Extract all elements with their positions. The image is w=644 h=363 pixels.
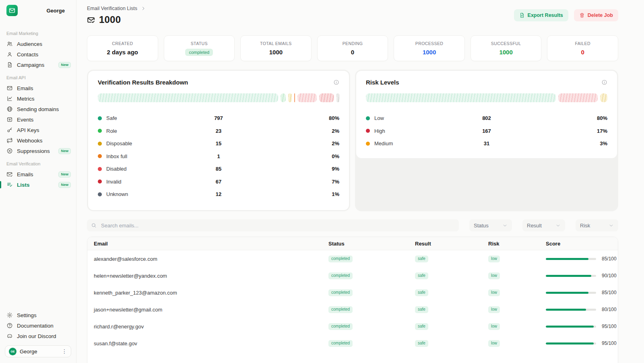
info-icon[interactable] [333,79,339,85]
status-badge: completed [328,289,353,296]
table-row[interactable]: helen+newsletter@yandex.com completed sa… [87,267,618,284]
result-filter-dropdown[interactable]: Result [522,219,565,231]
legend-row-medium: Medium 31 3% [366,137,607,150]
bar-segment-disposable [288,93,291,102]
risk-filter-dropdown[interactable]: Risk [576,219,618,231]
contact-icon [6,51,13,58]
risk-card-shell: Risk Levels Low 802 80% High 167 17% [355,70,618,211]
sidebar-item-emails[interactable]: Emails [0,83,76,93]
info-icon[interactable] [601,79,607,85]
table-row[interactable]: kenneth_parker_123@amazon.com completed … [87,284,618,301]
email-cell: susan.f@state.gov [94,340,328,346]
legend-label: Disabled [106,166,127,172]
sidebar-item-metrics[interactable]: Metrics [0,93,76,104]
gear-icon [6,312,13,318]
filter-row: Status Result Risk [87,219,618,231]
score-cell: 90/100 [546,273,617,278]
legend-percent: 7% [235,179,339,185]
result-badge: safe [415,256,428,262]
sidebar-item-verification-emails[interactable]: Emails New [0,169,76,179]
status-badge: completed [328,323,353,330]
sidebar-item-sending-domains[interactable]: Sending domains [0,104,76,114]
stat-card-status: STATUS completed [164,35,235,61]
score-label: 85/100 [602,290,617,295]
search-box[interactable] [87,219,459,231]
sidebar-item-label: Join our Discord [17,333,71,339]
breakdown-stacked-bar [98,93,339,102]
legend-label: Invalid [106,179,122,185]
export-results-button[interactable]: Export Results [514,9,568,21]
table-row[interactable]: alexander@salesforce.com completed safe … [87,250,618,267]
bar-segment-disabled [297,93,317,102]
sidebar-item-webhooks[interactable]: Webhooks [0,135,76,146]
mail-icon [6,85,13,91]
legend-label: Medium [374,140,393,146]
user-menu[interactable]: GE George ⋮ [5,345,71,357]
sidebar-item-api-keys[interactable]: API Keys [0,125,76,135]
score-cell: 95/100 [546,324,617,329]
sidebar-item-lists[interactable]: Lists New [0,179,76,190]
sidebar-item-label: Audiences [17,41,71,47]
medium-dot [366,142,370,146]
status-badge: completed [328,340,353,347]
new-badge: New [58,62,71,68]
high-dot [366,129,370,133]
invalid-dot [98,179,102,184]
stat-value: 0 [351,49,354,56]
legend-percent: 80% [235,115,339,121]
status-filter-dropdown[interactable]: Status [469,219,512,231]
sidebar-item-documentation[interactable]: Documentation [0,320,76,331]
breadcrumb[interactable]: Email Verification Lists [87,6,146,11]
sidebar-item-events[interactable]: Events [0,114,76,125]
score-cell: 80/100 [546,307,617,312]
sidebar-item-label: Documentation [17,323,71,329]
user-name: George [20,349,58,355]
bar-segment-low [366,93,556,102]
list-check-icon [6,182,13,188]
score-label: 85/100 [602,256,617,262]
legend-percent: 80% [503,115,607,121]
bar-segment-role [281,93,286,102]
risk-levels-card: Risk Levels Low 802 80% High 167 17% [356,71,617,158]
sidebar-item-suppressions[interactable]: Suppressions New [0,146,76,156]
audiences-icon [6,41,13,47]
stats-row: CREATED 2 days ago STATUS completed TOTA… [87,35,618,61]
table-row[interactable]: jason+newsletter@gmail.com completed saf… [87,301,618,318]
search-input[interactable] [100,222,455,229]
stat-card-successful: SUCCESSFUL 1000 [471,35,542,61]
sidebar-item-contacts[interactable]: Contacts [0,49,76,60]
risk-badge: low [488,272,500,279]
status-badge: completed [328,306,353,313]
result-badge: safe [415,289,428,296]
stat-label: FAILED [575,41,590,46]
sidebar-item-settings[interactable]: Settings [0,310,76,320]
score-bar-track [546,309,596,311]
legend-label: Unknown [106,191,128,197]
legend-count: 85 [202,166,235,172]
card-header: Verification Results Breakdown [98,79,339,86]
events-icon [6,116,13,123]
table-row[interactable]: richard.r@energy.gov completed safe low … [87,318,618,335]
legend-percent: 2% [235,140,339,146]
sidebar-item-audiences[interactable]: Audiences [0,39,76,49]
sidebar-item-label: Events [17,117,71,123]
section-label-email-marketing: Email Marketing [0,31,76,36]
emails-table: Email Status Result Risk Score alexander… [87,237,618,363]
stat-label: PENDING [343,41,363,46]
main-content: Email Verification Lists 1000 Export Res… [76,0,644,363]
delete-job-button[interactable]: Delete Job [574,9,618,21]
legend-label: High [374,128,385,134]
app-logo[interactable] [6,5,18,16]
page-title: 1000 [99,14,121,25]
sidebar-item-campaigns[interactable]: Campaigns New [0,60,76,70]
legend-row-safe: Safe 797 80% [98,112,339,125]
table-row[interactable]: susan.f@state.gov completed safe low 95/… [87,335,618,352]
breadcrumb-label[interactable]: Email Verification Lists [87,6,137,11]
sidebar-item-discord[interactable]: Join our Discord [0,331,76,341]
score-cell: 95/100 [546,340,617,346]
column-header-status: Status [328,241,415,247]
kebab-menu-icon[interactable]: ⋮ [62,349,67,354]
risk-badge: low [488,306,500,313]
chevron-down-icon [555,223,561,228]
file-download-icon [519,12,525,18]
